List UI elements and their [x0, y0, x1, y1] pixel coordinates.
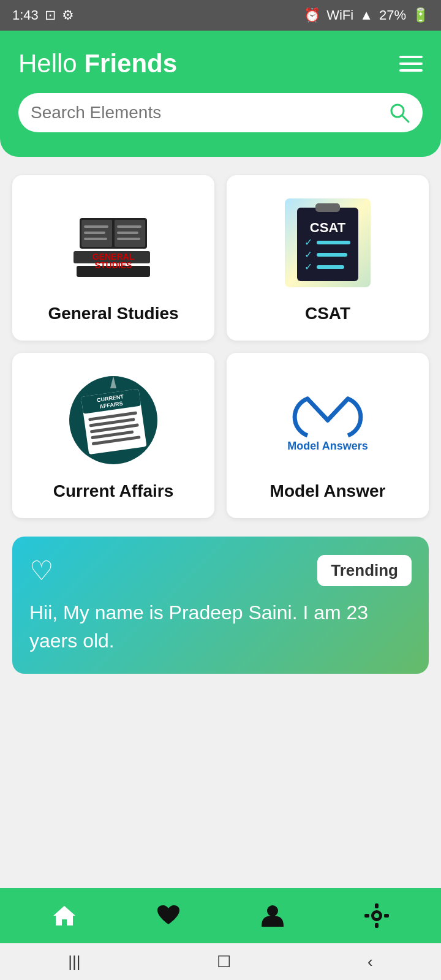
svg-rect-10	[117, 225, 141, 228]
banner-text: Hii, My name is Pradeep Saini. I am 23 y…	[29, 598, 412, 655]
search-button[interactable]	[388, 102, 410, 124]
status-left: 1:43 ⊡ ⚙	[12, 7, 74, 23]
svg-rect-22	[317, 253, 347, 257]
svg-rect-45	[384, 914, 389, 918]
alarm-icon: ⏰	[304, 7, 320, 23]
svg-point-39	[267, 905, 278, 916]
svg-rect-43	[375, 923, 379, 928]
svg-rect-11	[117, 232, 138, 234]
general-studies-image: GENERAL STUDIES	[64, 194, 162, 292]
svg-text:✓: ✓	[304, 262, 312, 272]
current-affairs-label: Current Affairs	[53, 481, 174, 501]
settings-status-icon: ⚙	[62, 7, 74, 23]
svg-rect-7	[84, 225, 108, 228]
search-icon	[388, 102, 410, 124]
svg-text:STUDIES: STUDIES	[95, 260, 132, 270]
svg-line-1	[402, 116, 409, 122]
back-button[interactable]: ‹	[349, 946, 391, 978]
greeting-text: Hello	[18, 49, 84, 78]
person-icon	[259, 902, 286, 929]
system-nav: ||| ☐ ‹	[0, 943, 441, 980]
svg-rect-44	[364, 914, 369, 918]
hamburger-menu-button[interactable]	[399, 56, 423, 72]
main-content: GENERAL STUDIES General Studies	[0, 157, 441, 692]
svg-text:CSAT: CSAT	[310, 220, 346, 235]
app-header: Hello Friends	[0, 31, 441, 157]
greeting-bold: Friends	[84, 49, 177, 78]
heart-nav-icon	[155, 902, 182, 929]
trending-banner: ♡ Trending Hii, My name is Pradeep Saini…	[12, 537, 429, 674]
model-answer-image: Model Answers	[279, 371, 377, 469]
nav-settings[interactable]	[351, 896, 402, 935]
svg-rect-9	[84, 238, 107, 240]
search-bar[interactable]	[18, 93, 423, 132]
model-answer-label: Model Answer	[270, 481, 386, 501]
nav-favorites[interactable]	[143, 896, 194, 935]
signal-icon: ▲	[360, 7, 373, 23]
svg-text:✓: ✓	[304, 249, 312, 260]
csat-label: CSAT	[305, 304, 350, 323]
card-general-studies[interactable]: GENERAL STUDIES General Studies	[12, 175, 214, 341]
header-title: Hello Friends	[18, 49, 177, 78]
card-csat[interactable]: CSAT ✓ ✓ ✓ CSAT	[227, 175, 429, 341]
svg-text:✓: ✓	[304, 237, 312, 247]
general-studies-label: General Studies	[48, 304, 178, 323]
header-top: Hello Friends	[18, 49, 423, 78]
hamburger-line-1	[399, 56, 423, 58]
status-bar: 1:43 ⊡ ⚙ ⏰ WiFi ▲ 27% 🔋	[0, 0, 441, 31]
card-current-affairs[interactable]: CURRENT AFFAIRS Current Affairs	[12, 353, 214, 518]
svg-rect-17	[315, 203, 340, 212]
svg-rect-42	[375, 903, 379, 908]
cards-grid: GENERAL STUDIES General Studies	[12, 175, 429, 518]
status-time: 1:43	[12, 7, 39, 23]
banner-heart-icon: ♡	[29, 555, 53, 586]
wifi-icon: WiFi	[326, 7, 353, 23]
hamburger-line-3	[399, 69, 423, 72]
nav-home[interactable]	[39, 896, 90, 935]
svg-rect-12	[117, 238, 140, 240]
card-model-answer[interactable]: Model Answers Model Answer	[227, 353, 429, 518]
recent-apps-button[interactable]: |||	[50, 946, 99, 978]
home-button[interactable]: ☐	[198, 946, 249, 978]
gear-icon	[363, 902, 390, 929]
svg-rect-20	[317, 241, 350, 244]
svg-line-37	[328, 399, 348, 420]
svg-text:Model Answers: Model Answers	[287, 440, 368, 452]
svg-rect-8	[84, 232, 105, 234]
svg-point-41	[373, 912, 380, 919]
csat-image: CSAT ✓ ✓ ✓	[279, 194, 377, 292]
hamburger-line-2	[399, 62, 423, 65]
current-affairs-image: CURRENT AFFAIRS	[64, 371, 162, 469]
battery-icon: 🔋	[412, 7, 429, 23]
current-affairs-icon: CURRENT AFFAIRS	[67, 373, 159, 468]
home-icon	[51, 902, 78, 929]
general-studies-icon: GENERAL STUDIES	[70, 200, 156, 285]
csat-icon: CSAT ✓ ✓ ✓	[285, 195, 371, 290]
battery-level: 27%	[379, 7, 406, 23]
bottom-nav	[0, 888, 441, 943]
model-answer-icon: Model Answers	[282, 377, 374, 463]
svg-rect-24	[317, 265, 344, 269]
search-input[interactable]	[31, 103, 388, 123]
nav-profile[interactable]	[247, 896, 298, 935]
status-right: ⏰ WiFi ▲ 27% 🔋	[304, 7, 429, 23]
banner-top: ♡ Trending	[29, 555, 412, 586]
screenshot-icon: ⊡	[45, 7, 56, 23]
svg-line-36	[307, 399, 328, 420]
trending-badge[interactable]: Trending	[317, 555, 412, 586]
